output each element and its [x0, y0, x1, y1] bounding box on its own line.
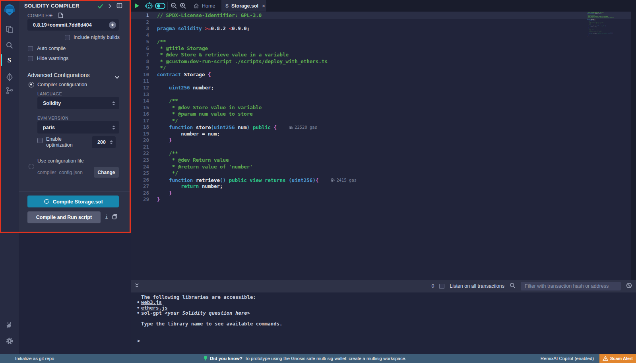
code-line: 2: [131, 19, 357, 26]
version-stepper-icon[interactable]: [109, 21, 116, 29]
code-line: 9 */: [131, 65, 357, 72]
terminal-line: •ethers.js: [131, 306, 636, 311]
compiler-config-radio[interactable]: [29, 82, 34, 87]
scam-alert-badge[interactable]: Scam Alert: [599, 354, 636, 363]
terminal-output[interactable]: The following libraries are accessible:•…: [131, 292, 636, 354]
change-config-button[interactable]: Change: [94, 167, 119, 178]
lightbulb-icon: [204, 356, 207, 361]
zoom-in-icon[interactable]: [180, 0, 186, 12]
include-nightly-label: Include nightly builds: [74, 35, 120, 40]
code-line: 1// SPDX-License-Identifier: GPL-3.0: [131, 12, 357, 19]
use-config-file-label: Use configuration file: [37, 158, 84, 164]
file-explorer-icon[interactable]: [0, 24, 19, 35]
add-compiler-icon[interactable]: +: [49, 12, 53, 18]
home-tab-label: Home: [202, 3, 215, 9]
active-plugin-indicator: [1, 54, 2, 66]
select-arrows-icon: [112, 101, 115, 105]
code-line: 26 function retrieve() public view retur…: [131, 177, 357, 184]
code-line: 17 */: [131, 118, 357, 124]
code-line: 10contract Storage {: [131, 72, 357, 78]
solidity-compiler-panel: SOLIDITY COMPILER COMPILER + 0.8.19+comm…: [19, 0, 131, 233]
use-config-file-radio[interactable]: [29, 164, 34, 169]
terminal-line: •web3.js: [131, 300, 636, 305]
warning-triangle-icon: [603, 356, 608, 361]
settings-gear-icon[interactable]: [0, 335, 19, 347]
info-icon[interactable]: i: [105, 214, 108, 220]
scam-alert-label: Scam Alert: [610, 356, 633, 361]
copilot-toggle[interactable]: [155, 0, 165, 12]
panel-title: SOLIDITY COMPILER: [24, 3, 80, 9]
tab-storage-sol[interactable]: S Storage.sol ×: [221, 0, 266, 12]
git-init-status[interactable]: Initialize as git repo: [15, 356, 54, 361]
code-line: 14 /**: [131, 98, 357, 105]
enable-optimization-checkbox[interactable]: [37, 138, 43, 143]
clear-terminal-icon[interactable]: [626, 283, 632, 290]
code-line: 25 */: [131, 170, 357, 177]
hide-warnings-checkbox[interactable]: [28, 56, 33, 61]
remix-logo-icon[interactable]: [0, 2, 19, 17]
stepper-arrows-icon[interactable]: [110, 140, 113, 144]
code-line: 15 * @dev Store value in variable: [131, 105, 357, 111]
panel-divider: [19, 191, 131, 192]
code-line: 27 return number;: [131, 183, 357, 190]
git-icon[interactable]: [0, 85, 19, 96]
code-line: 19 number = num;: [131, 131, 357, 137]
did-you-know-tip: Did you know? To prototype using the Gno…: [204, 356, 406, 361]
code-line: 24 * @return value of 'number': [131, 164, 357, 170]
auto-compile-checkbox[interactable]: [28, 46, 33, 51]
code-editor[interactable]: 1// SPDX-License-Identifier: GPL-3.023pr…: [131, 12, 636, 280]
tab-label: Storage.sol: [231, 3, 258, 9]
side-panel: SOLIDITY COMPILER COMPILER + 0.8.19+comm…: [19, 0, 131, 354]
language-select[interactable]: Solidity: [37, 97, 119, 109]
plugin-manager-icon[interactable]: [0, 319, 19, 331]
remix-ide-window: S: [0, 0, 636, 364]
ai-copilot-robot-icon[interactable]: [145, 0, 153, 12]
terminal-search-icon[interactable]: [510, 283, 516, 290]
copy-icon[interactable]: [112, 214, 117, 221]
transaction-count: 0: [431, 283, 434, 289]
evm-version-value: paris: [37, 125, 55, 130]
code-line: 8 * @custom:dev-run-script ./scripts/dep…: [131, 58, 357, 65]
main-area: Home S Storage.sol × 1// SPDX-License-Id…: [131, 0, 636, 354]
editor-scrollbar-gutter[interactable]: [631, 12, 636, 280]
deploy-and-run-icon[interactable]: [0, 72, 19, 83]
compile-button-label: Compile Storage.sol: [53, 199, 103, 205]
hide-warnings-label: Hide warnings: [37, 56, 68, 61]
run-script-play-icon[interactable]: [134, 0, 140, 12]
chevron-right-icon[interactable]: [108, 3, 112, 10]
terminal-link[interactable]: ethers.js: [141, 305, 168, 311]
home-icon: [194, 3, 199, 9]
listen-transactions-checkbox[interactable]: [439, 284, 444, 289]
pin-panel-icon[interactable]: [116, 3, 122, 10]
code-line: 6 * @title Storage: [131, 45, 357, 52]
terminal-prompt[interactable]: >: [137, 338, 140, 344]
evm-version-select[interactable]: paris: [37, 121, 119, 134]
transaction-filter-input[interactable]: [521, 282, 621, 290]
toolbar-divider: [167, 2, 168, 10]
advanced-config-title[interactable]: Advanced Configurations: [27, 72, 89, 78]
select-arrows-icon: [112, 126, 115, 130]
compiler-version-select[interactable]: 0.8.19+commit.7dd6d404: [27, 19, 119, 31]
compile-and-run-button[interactable]: Compile and Run script: [27, 211, 101, 223]
tab-home[interactable]: Home: [194, 0, 215, 12]
code-line: 28 }: [131, 190, 357, 197]
terminal-lines: The following libraries are accessible:•…: [131, 295, 636, 327]
code-line: 3pragma solidity >=0.8.2 <0.9.0;: [131, 25, 357, 32]
tab-close-icon[interactable]: ×: [262, 3, 265, 9]
minimap[interactable]: // SPDX-License-Identifier: GPL-3.0pragm…: [587, 12, 631, 280]
search-sidebar-icon[interactable]: [0, 40, 19, 51]
zoom-out-icon[interactable]: [171, 0, 177, 12]
status-bar: Initialize as git repo Did you know? To …: [0, 354, 636, 363]
solidity-compiler-icon[interactable]: S: [0, 55, 19, 66]
config-filename[interactable]: compiler_config.json: [37, 170, 83, 175]
minimap-content: // SPDX-License-Identifier: GPL-3.0pragm…: [587, 12, 631, 37]
listen-transactions-label: Listen on all transactions: [450, 283, 504, 289]
optimization-runs-input[interactable]: 200: [92, 136, 116, 148]
include-nightly-checkbox[interactable]: [65, 35, 70, 40]
editor-top-bar: Home S Storage.sol ×: [131, 0, 636, 12]
terminal-link[interactable]: web3.js: [141, 300, 162, 305]
chevron-down-icon[interactable]: [114, 74, 120, 81]
copilot-status[interactable]: RemixAI Copilot (enabled): [541, 356, 594, 361]
terminal-collapse-icon[interactable]: [134, 283, 140, 290]
compile-button[interactable]: Compile Storage.sol: [27, 196, 119, 207]
